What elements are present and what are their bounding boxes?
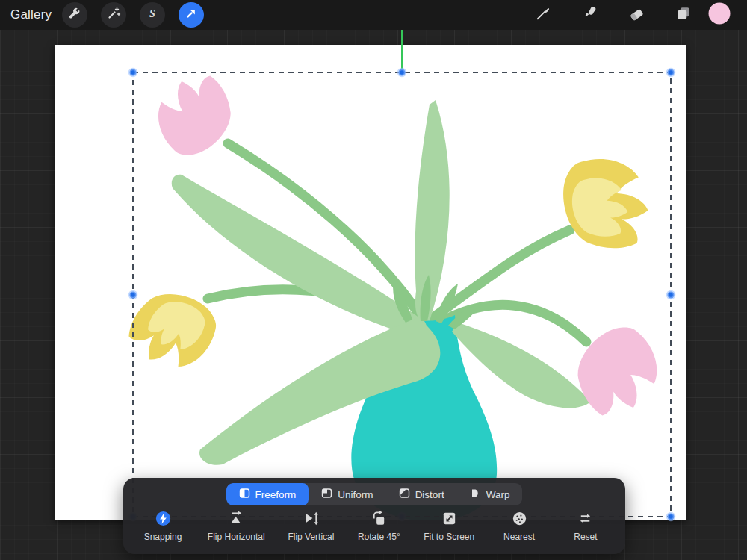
action-label: Rotate 45° — [358, 532, 400, 542]
rotate-45-icon — [371, 510, 388, 530]
mode-label: Distort — [415, 489, 444, 500]
fit-to-screen-icon — [441, 510, 458, 530]
transform-button[interactable] — [179, 2, 204, 28]
brush-icon — [534, 4, 552, 25]
erase-tool-button[interactable] — [627, 5, 646, 25]
warp-mode-icon — [470, 488, 481, 501]
mode-freeform[interactable]: Freeform — [226, 483, 309, 505]
magic-wand-icon — [106, 6, 121, 24]
transform-arrow-icon — [184, 6, 199, 24]
selection-handle-middle-left[interactable] — [130, 292, 137, 299]
flip-horizontal-icon — [228, 510, 245, 530]
wrench-icon — [67, 6, 82, 24]
selection-handle-top-right[interactable] — [668, 69, 675, 76]
selection-handle-top-left[interactable] — [130, 69, 137, 76]
action-label: Snapping — [144, 532, 182, 542]
adjustments-button[interactable] — [101, 2, 126, 28]
selection-handle-bottom-right[interactable] — [668, 514, 675, 520]
selection-handle-top-middle[interactable] — [399, 69, 406, 76]
transform-selection-overlay — [55, 0, 686, 528]
eraser-icon — [627, 4, 645, 25]
mode-label: Uniform — [338, 489, 373, 500]
uniform-mode-icon — [321, 488, 332, 501]
freeform-mode-icon — [239, 488, 250, 501]
mode-uniform[interactable]: Uniform — [309, 483, 385, 505]
top-toolbar: Gallery S — [0, 0, 747, 30]
selection-s-icon: S — [145, 6, 160, 24]
transform-actions-row: Snapping Flip Horizontal — [123, 505, 625, 542]
mode-label: Warp — [486, 489, 510, 500]
action-label: Flip Horizontal — [208, 532, 265, 542]
selection-button[interactable]: S — [140, 2, 165, 28]
action-label: Reset — [574, 532, 597, 542]
distort-mode-icon — [399, 488, 410, 501]
smudge-icon — [581, 4, 599, 25]
color-swatch — [708, 2, 731, 28]
active-color-button[interactable] — [708, 4, 731, 26]
rotate-45-button[interactable]: Rotate 45° — [357, 510, 400, 542]
paint-tool-button[interactable] — [533, 5, 553, 25]
smudge-tool-button[interactable] — [580, 5, 600, 25]
action-label: Flip Vertical — [288, 532, 334, 542]
flip-horizontal-button[interactable]: Flip Horizontal — [208, 510, 265, 542]
reset-button[interactable]: Reset — [564, 510, 607, 542]
flip-vertical-icon — [303, 510, 320, 530]
selection-handle-middle-right[interactable] — [668, 292, 675, 299]
svg-text:S: S — [149, 8, 155, 19]
selection-bounds[interactable] — [133, 72, 671, 517]
selection-handles — [130, 69, 675, 520]
layers-button[interactable] — [674, 5, 693, 25]
mode-label: Freeform — [255, 489, 297, 500]
flip-vertical-button[interactable]: Flip Vertical — [288, 510, 334, 542]
gallery-button[interactable]: Gallery — [10, 7, 52, 22]
mode-distort[interactable]: Distort — [386, 483, 457, 505]
mode-warp[interactable]: Warp — [457, 483, 523, 505]
drawing-canvas[interactable] — [55, 45, 686, 520]
nearest-button[interactable]: Nearest — [498, 510, 541, 542]
transform-mode-segmented-control: Freeform Uniform Disto — [226, 483, 523, 505]
action-label: Fit to Screen — [424, 532, 474, 542]
nearest-interpolation-icon — [511, 510, 528, 530]
reset-icon — [577, 510, 594, 530]
snapping-lightning-icon — [155, 510, 172, 530]
layers-icon — [675, 4, 692, 25]
snapping-button[interactable]: Snapping — [141, 510, 185, 542]
fit-to-screen-button[interactable]: Fit to Screen — [424, 510, 474, 542]
transform-options-panel: Freeform Uniform Disto — [123, 478, 625, 554]
action-label: Nearest — [503, 532, 535, 542]
actions-button[interactable] — [62, 2, 87, 28]
